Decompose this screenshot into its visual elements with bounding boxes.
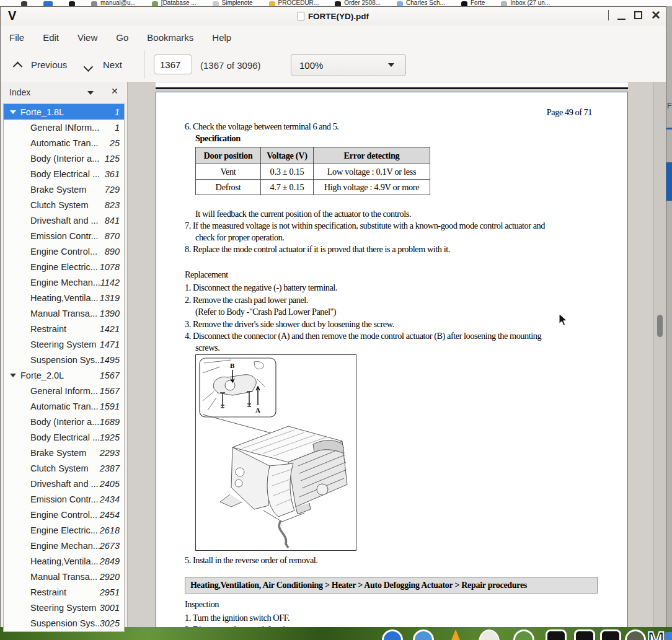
index-item[interactable]: Engine Control...890 [4, 243, 124, 259]
dropdown-arrow-icon [388, 63, 394, 67]
index-item-label: Manual Transa... [30, 309, 100, 318]
inspection-step-1: 1. Turn the ignition switch OFF. [185, 613, 290, 623]
index-item-label: Engine Mechan... [30, 541, 100, 551]
scrollbar-thumb[interactable] [657, 315, 663, 337]
blue-panel-dock-icon[interactable] [665, 632, 672, 640]
index-item-label: Body Electrical ... [30, 432, 100, 442]
index-item[interactable]: Emission Contr...870 [4, 228, 124, 243]
toolbar: Previous Next (1367 of 3096) 100% [1, 47, 666, 82]
index-item[interactable]: Body (Interior a...125 [4, 151, 124, 166]
index-item-page: 1925 [100, 432, 124, 442]
spec-label: Specification [195, 133, 241, 144]
index-item[interactable]: Steering System3001 [4, 600, 124, 615]
menu-edit[interactable]: Edit [43, 32, 59, 43]
index-item[interactable]: Engine Electric...2618 [4, 522, 124, 538]
table-header-cell: Error detecting [314, 147, 430, 164]
terminal-3-dock-icon[interactable] [600, 629, 621, 640]
index-item[interactable]: Brake System2293 [4, 445, 124, 460]
menu-file[interactable]: File [9, 32, 24, 43]
feedback-note: It will feedback the current position of… [195, 209, 411, 219]
section-header-text: Heating,Ventilation, Air Conditioning > … [185, 581, 527, 590]
table-cell: Vent [196, 164, 261, 180]
index-item[interactable]: General Inform...1567 [4, 383, 124, 398]
index-item-page: 1689 [100, 417, 124, 427]
next-page-button[interactable]: Next [86, 56, 122, 73]
index-item[interactable]: Body (Interior a...1689 [4, 414, 124, 429]
index-item-label: Restraint [30, 324, 100, 334]
sidebar-title: Index [9, 87, 30, 97]
terminal-1-dock-icon[interactable] [546, 629, 567, 640]
background-window-text: Fo [667, 101, 672, 110]
hvac-diagram-figure: B A [195, 354, 356, 551]
index-item[interactable]: Brake System729 [4, 182, 124, 197]
index-item-page: 1078 [100, 262, 124, 272]
background-window-sliver[interactable]: Fo [666, 6, 672, 627]
index-item[interactable]: Suspension Sys...1495 [4, 352, 124, 367]
index-item[interactable]: Body Electrical ...1925 [4, 429, 124, 445]
index-item-label: General Inform... [30, 386, 100, 396]
terminal-2-dock-icon[interactable] [574, 629, 595, 640]
index-item[interactable]: Automatic Tran...1591 [4, 398, 124, 414]
inspection-title: Inspection [185, 599, 219, 610]
index-item[interactable]: Heating,Ventila...1319 [4, 290, 124, 305]
index-item[interactable]: Driveshaft and ...2405 [4, 476, 124, 491]
zoom-dropdown[interactable]: 100% [291, 54, 406, 76]
index-item-label: Engine Control... [30, 247, 105, 256]
index-item-label: Emission Contr... [30, 231, 105, 241]
step-7-line2: check for proper operation. [195, 232, 284, 243]
menu-help[interactable]: Help [212, 32, 231, 43]
index-item[interactable]: Engine Control...2454 [4, 507, 124, 522]
table-cell: Defrost [196, 180, 261, 195]
chevron-down-icon [84, 62, 94, 72]
index-item[interactable]: Automatic Tran...25 [4, 135, 124, 151]
index-item-label: Forte_1.8L [20, 107, 115, 117]
index-item[interactable]: Heating,Ventila...2849 [4, 553, 124, 569]
index-item[interactable]: Steering System1471 [4, 336, 124, 352]
index-item[interactable]: Body Electrical ...361 [4, 166, 124, 182]
pdf-page: Page 49 of 71 6. Check the voltage betwe… [156, 92, 628, 627]
index-item[interactable]: Manual Transa...1390 [4, 305, 124, 321]
sidebar-dropdown-icon[interactable] [87, 91, 94, 95]
replacement-step-1: 1. Disconnect the negative (-) battery t… [185, 283, 337, 293]
titlebar[interactable]: V FORTE(YD).pdf ✕ [1, 7, 666, 25]
index-item-page: 125 [105, 154, 124, 164]
index-item-label: Steering System [30, 340, 100, 349]
index-item-label: Automatic Tran... [30, 138, 110, 148]
index-item[interactable]: Restraint2951 [4, 584, 124, 600]
page-number-input[interactable] [154, 55, 192, 74]
expander-triangle-icon[interactable] [10, 110, 16, 114]
previous-page-button[interactable]: Previous [14, 56, 67, 73]
index-item[interactable]: Engine Electric...1078 [4, 259, 124, 274]
minimize-icon[interactable] [617, 11, 626, 20]
index-item-page: 2454 [100, 510, 124, 520]
menu-view[interactable]: View [77, 32, 97, 43]
menu-go[interactable]: Go [116, 32, 128, 43]
index-item-page: 1567 [100, 370, 124, 380]
index-item-label: Suspension Sys... [30, 618, 100, 628]
maximize-icon[interactable] [634, 11, 642, 19]
menubar: FileEditViewGoBookmarksHelp [1, 27, 666, 47]
index-item[interactable]: Engine Mechan...1142 [4, 274, 124, 290]
index-item-page: 1591 [100, 401, 124, 411]
menu-bookmarks[interactable]: Bookmarks [147, 32, 193, 43]
index-item[interactable]: Clutch System2387 [4, 460, 124, 476]
sidebar-close-icon[interactable]: ✕ [111, 86, 118, 96]
index-item[interactable]: Clutch System823 [4, 197, 124, 213]
index-item-page: 1471 [100, 340, 124, 349]
index-item-label: Engine Mechan... [30, 278, 100, 287]
vertical-scrollbar[interactable] [653, 82, 666, 627]
index-item[interactable]: General INform...1 [4, 120, 124, 135]
index-item[interactable]: Manual Transa...2920 [4, 569, 124, 584]
index-item[interactable]: Emission Contr...2434 [4, 491, 124, 507]
close-icon[interactable]: ✕ [651, 10, 661, 20]
index-item[interactable]: Driveshaft and ...841 [4, 213, 124, 228]
index-item-page: 2293 [100, 448, 124, 458]
index-item[interactable]: Suspension Sys...3025 [4, 615, 124, 631]
expander-triangle-icon[interactable] [10, 374, 16, 377]
index-item[interactable]: Forte_1.8L1 [4, 104, 124, 120]
index-item[interactable]: Engine Mechan...2673 [4, 538, 124, 553]
index-item[interactable]: Forte_2.0L1567 [4, 367, 124, 383]
index-item[interactable]: Restraint1421 [4, 321, 124, 336]
index-item-page: 1 [115, 107, 124, 117]
index-item-label: Manual Transa... [30, 572, 100, 582]
